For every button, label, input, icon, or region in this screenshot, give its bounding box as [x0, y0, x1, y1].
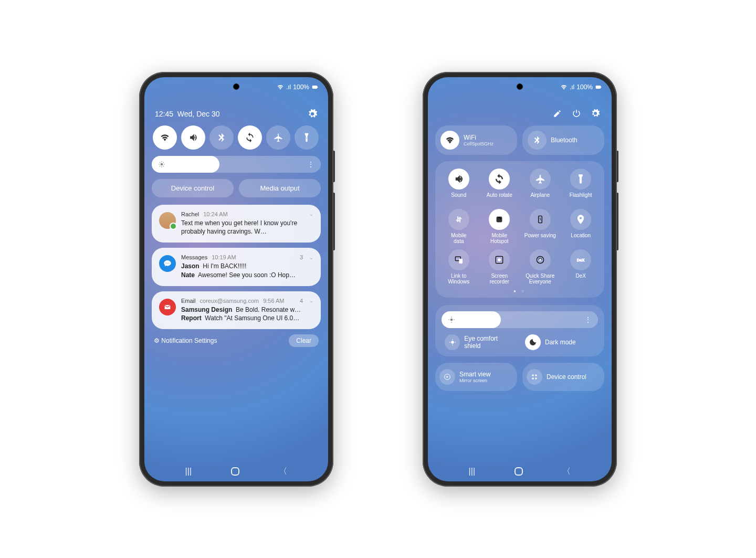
svg-point-39 [532, 377, 534, 380]
device-control-button[interactable]: Device control [152, 179, 234, 197]
airplane-toggle[interactable] [266, 125, 290, 150]
quick-panel: SoundAuto rotateAirplaneFlashlightMobile… [435, 161, 604, 298]
chevron-down-icon[interactable]: ⌄ [309, 298, 313, 303]
flash-tile[interactable]: Flashlight [562, 169, 601, 205]
svg-rect-14 [596, 86, 601, 89]
quick-toggles-row [152, 125, 321, 150]
svg-point-21 [498, 258, 501, 261]
power-tile[interactable]: Power saving [521, 209, 560, 245]
notif-time: 9:56 AM [263, 298, 284, 304]
svg-point-11 [166, 263, 166, 264]
power-icon[interactable] [572, 109, 581, 118]
svg-point-23 [540, 259, 541, 260]
eye-comfort-toggle[interactable]: Eye comfort shield [445, 334, 514, 350]
rotate-toggle[interactable] [238, 125, 262, 150]
brightness-slider[interactable]: ⋮ [152, 156, 321, 173]
avatar-icon [159, 212, 176, 229]
svg-point-30 [451, 341, 454, 343]
sound-tile[interactable]: Sound [439, 169, 478, 205]
gear-icon[interactable] [307, 109, 318, 119]
svg-point-37 [532, 374, 534, 376]
notification-settings-link[interactable]: ⚙ Notification Settings [154, 337, 217, 344]
messages-icon [159, 255, 176, 272]
camera-cutout [233, 83, 239, 90]
recents-button[interactable]: ||| [185, 467, 192, 476]
svg-point-40 [535, 377, 537, 380]
svg-rect-0 [312, 86, 317, 89]
dark-mode-toggle[interactable]: Dark mode [525, 334, 595, 350]
wifi-icon [277, 83, 284, 91]
link-tile[interactable]: Link toWindows [439, 249, 478, 286]
back-button[interactable]: 〈 [562, 466, 571, 477]
back-button[interactable]: 〈 [279, 466, 287, 477]
nav-bar: ||| 〈 [428, 466, 612, 477]
bluetooth-tile[interactable]: Bluetooth [522, 125, 604, 155]
svg-marker-36 [447, 376, 448, 378]
notif-account: coreux@samsung.com [200, 298, 259, 304]
screen-right: .ıl 100% WiFi CellSpot5GHz [428, 77, 612, 481]
svg-line-8 [163, 165, 164, 166]
svg-text:DeX: DeX [577, 258, 585, 262]
svg-rect-1 [317, 86, 318, 87]
svg-point-38 [535, 374, 537, 376]
time-date: 12:45 Wed, Dec 30 [155, 110, 220, 118]
svg-line-7 [160, 162, 160, 162]
brightness-icon [448, 316, 455, 323]
notif-time: 10:19 AM [212, 254, 236, 260]
brightness-slider[interactable]: ⋮ [442, 311, 598, 328]
home-button[interactable] [514, 467, 523, 476]
wifi-toggle[interactable] [153, 125, 177, 150]
notif-sender: Rachel [181, 211, 199, 217]
dex-tile[interactable]: DeXDeX [562, 249, 601, 286]
signal-icon: .ıl [286, 83, 291, 91]
signal-icon: .ıl [570, 83, 574, 91]
smart-view-tile[interactable]: Smart view Mirror screen [435, 363, 517, 391]
chevron-down-icon[interactable]: ⌄ [309, 211, 313, 217]
airplane-tile[interactable]: Airplane [521, 169, 560, 205]
battery-text: 100% [576, 83, 593, 91]
phone-left: .ıl 100% 12:45 Wed, Dec 30 [139, 72, 333, 487]
rotate-tile[interactable]: Auto rotate [480, 169, 519, 205]
wifi-tile[interactable]: WiFi CellSpot5GHz [435, 125, 517, 155]
hotspot-tile[interactable]: MobileHotspot [480, 209, 519, 245]
notif-text: Text me when you get here! I know you're… [181, 219, 313, 237]
clear-button[interactable]: Clear [289, 334, 319, 347]
svg-line-9 [160, 165, 160, 166]
device-control-tile[interactable]: Device control [522, 363, 604, 391]
camera-cutout [517, 83, 523, 90]
gear-icon[interactable] [591, 109, 600, 118]
wifi-icon [560, 83, 568, 91]
media-output-button[interactable]: Media output [239, 179, 321, 197]
bluetooth-toggle[interactable] [209, 125, 234, 150]
more-icon[interactable]: ⋮ [307, 160, 314, 169]
svg-point-13 [169, 263, 169, 264]
brightness-panel: ⋮ Eye comfort shield Dark mode [435, 305, 604, 356]
notification-card[interactable]: Email coreux@samsung.com 9:56 AM 4 ⌄ Sam… [152, 291, 321, 330]
status-bar: .ıl 100% [560, 83, 602, 91]
more-icon[interactable]: ⋮ [584, 315, 592, 324]
svg-line-10 [163, 162, 164, 162]
notif-title: Email [181, 298, 196, 304]
page-indicator: ● ○ [439, 289, 600, 293]
screenrec-tile[interactable]: Screenrecorder [480, 249, 519, 286]
chevron-down-icon[interactable]: ⌄ [309, 255, 313, 260]
edit-icon[interactable] [553, 109, 562, 118]
sound-toggle[interactable] [181, 125, 205, 150]
svg-point-2 [161, 163, 163, 165]
phone-right: .ıl 100% WiFi CellSpot5GHz [423, 72, 617, 487]
notification-card[interactable]: Rachel 10:24 AM ⌄ Text me when you get h… [152, 205, 321, 243]
svg-rect-15 [601, 86, 601, 87]
mobiledata-tile[interactable]: Mobiledata [439, 209, 478, 245]
location-tile[interactable]: Location [562, 209, 601, 245]
notif-count: 4 [300, 298, 303, 304]
flashlight-toggle[interactable] [295, 125, 319, 150]
svg-rect-19 [459, 259, 463, 263]
quickshare-tile[interactable]: Quick ShareEveryone [521, 249, 560, 286]
battery-icon [311, 83, 319, 91]
recents-button[interactable]: ||| [469, 467, 475, 476]
home-button[interactable] [231, 467, 239, 476]
notification-card[interactable]: Messages 10:19 AM 3 ⌄ Jason Hi I'm BACK!… [152, 248, 321, 286]
svg-point-25 [450, 318, 453, 321]
nav-bar: ||| 〈 [144, 466, 328, 477]
battery-text: 100% [293, 83, 309, 91]
